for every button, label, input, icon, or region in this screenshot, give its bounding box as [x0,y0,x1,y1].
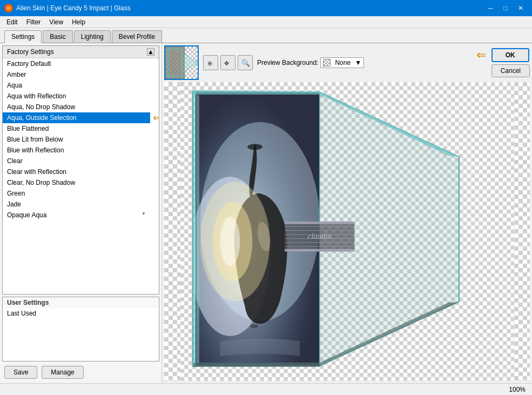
restore-button[interactable]: □ [499,3,513,14]
glass-preview-svg: claudia [164,82,530,381]
title-bar: Alien Skin | Eye Candy 5 Impact | Glass … [0,0,532,16]
menu-bar: Edit Filter View Help [0,16,532,28]
content-area: Factory Settings ▲ Factory Default Amber… [0,43,532,383]
scroll-down-icon: ▼ [142,211,146,216]
menu-help[interactable]: Help [68,17,90,27]
svg-text:⊕: ⊕ [207,60,212,66]
list-item-aqua[interactable]: Aqua [3,80,150,91]
list-item-aqua-no-shadow[interactable]: Aqua, No Drop Shadow [3,102,150,112]
pan-tool-button[interactable]: ⊕ [203,55,218,70]
minimize-button[interactable]: ─ [483,3,497,14]
close-button[interactable]: ✕ [514,3,528,14]
list-item-clear[interactable]: Clear [3,156,150,166]
tab-basic[interactable]: Basic [43,30,72,43]
svg-text:🔍: 🔍 [241,58,250,67]
list-header-factory: Factory Settings ▲ [3,46,159,58]
menu-edit[interactable]: Edit [2,17,22,27]
right-toolbar: ⊕ ✥ 🔍 Preview Background: None ▼ [164,45,530,80]
svg-text:✥: ✥ [224,60,229,66]
list-item-green[interactable]: Green [3,188,150,199]
preview-thumbnail [164,45,199,80]
preview-bg-swatch [323,59,331,66]
left-panel: Factory Settings ▲ Factory Default Amber… [0,43,162,383]
list-item-blue-lit[interactable]: Blue Lit from Below [3,134,150,145]
menu-filter[interactable]: Filter [22,17,45,27]
svg-point-1 [6,6,11,10]
list-item-jade[interactable]: Jade [3,199,150,210]
list-item-aqua-reflection[interactable]: Aqua with Reflection [3,91,150,102]
preview-bg-label: Preview Background: [257,59,318,66]
tab-settings[interactable]: Settings [4,30,42,43]
list-item-factory-default[interactable]: Factory Default [3,58,150,69]
save-button[interactable]: Save [4,366,37,379]
status-bar: 100% [0,383,532,395]
list-item-clear-reflection[interactable]: Clear with Reflection [3,166,150,177]
tab-bevel-profile[interactable]: Bevel Profile [112,30,162,43]
preview-background-control: Preview Background: None ▼ [257,57,364,68]
list-item-clear-no-shadow[interactable]: Clear, No Drop Shadow [3,177,150,188]
list-item-amber[interactable]: Amber [3,69,150,80]
svg-point-24 [220,217,240,266]
factory-settings-scroll[interactable]: Factory Default Amber Aqua Aqua with Ref… [3,58,159,294]
dropdown-arrow-icon: ▼ [355,59,361,66]
svg-rect-34 [197,95,199,363]
tab-bar: Settings Basic Lighting Bevel Profile [0,28,532,43]
list-item-blue-reflection[interactable]: Blue with Reflection [3,145,150,156]
list-item-aqua-outside[interactable]: Aqua, Outside Selection ⇐ [3,112,150,123]
factory-settings-label: Factory Settings [7,48,54,56]
selection-arrow-icon: ⇐ [153,112,159,124]
factory-settings-list: Factory Settings ▲ Factory Default Amber… [2,45,159,294]
window-title: Alien Skin | Eye Candy 5 Impact | Glass [16,4,131,12]
list-scroll-up[interactable]: ▲ [147,48,154,56]
user-settings-label: User Settings [3,297,159,308]
right-panel: ⊕ ✥ 🔍 Preview Background: None ▼ [162,43,532,383]
list-item-blue-flattened[interactable]: Blue Flattened [3,123,150,134]
ok-arrow-icon: ⇐ [476,48,486,62]
preview-canvas: claudia [164,82,530,381]
ok-cancel-area: ⇐ OK Cancel [491,48,530,77]
move-tool-button[interactable]: ✥ [220,55,235,70]
ok-button[interactable]: OK [491,48,529,62]
bottom-button-row: Save Manage [0,364,161,383]
window-controls: ─ □ ✕ [483,3,528,14]
menu-view[interactable]: View [45,17,68,27]
tab-lighting[interactable]: Lighting [74,30,111,43]
user-settings-list: User Settings Last Used [2,297,159,361]
svg-text:claudia: claudia [308,232,332,240]
zoom-tool-button[interactable]: 🔍 [238,55,253,70]
main-window: Settings Basic Lighting Bevel Profile Fa… [0,28,532,395]
ok-area: ⇐ OK [491,48,530,62]
zoom-level: 100% [509,386,526,393]
svg-line-31 [193,91,320,92]
list-item-opaque-aqua[interactable]: Opaque Aqua ▼ [3,210,150,220]
preview-bg-dropdown[interactable]: None ▼ [320,57,364,68]
cancel-button[interactable]: Cancel [491,64,530,77]
svg-point-20 [247,144,262,150]
list-item-last-used[interactable]: Last Used [3,308,159,319]
tool-buttons: ⊕ ✥ 🔍 [203,55,253,70]
manage-button[interactable]: Manage [42,366,83,379]
svg-rect-36 [285,222,354,224]
svg-point-25 [250,324,258,328]
app-icon [4,4,13,12]
preview-bg-value: None [335,59,351,66]
svg-rect-37 [285,249,354,252]
